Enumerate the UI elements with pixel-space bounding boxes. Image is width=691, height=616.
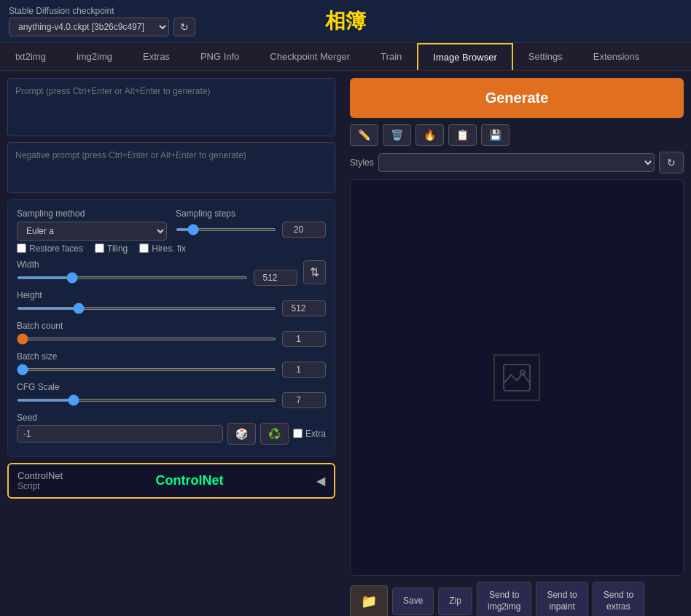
sampling-steps-label: Sampling steps xyxy=(176,208,326,219)
checkpoint-select[interactable]: anything-v4.0.ckpt [3b26c9c497] xyxy=(9,17,169,36)
generate-button[interactable]: Generate xyxy=(350,78,684,118)
tiling-label: Tiling xyxy=(107,243,128,254)
cfg-scale-label: CFG Scale xyxy=(17,382,326,392)
seed-row: 🎲 ♻️ Extra xyxy=(17,423,326,445)
batch-count-input[interactable] xyxy=(282,331,326,347)
hires-fix-checkbox[interactable] xyxy=(139,243,149,253)
restore-faces-checkbox[interactable] xyxy=(17,243,26,253)
dice-button[interactable]: 🎲 xyxy=(227,423,256,445)
tab-pnginfo[interactable]: PNG Info xyxy=(185,43,254,70)
batch-size-slider[interactable] xyxy=(17,368,276,371)
send-to-extras-button[interactable]: Send to extras xyxy=(593,582,644,616)
tabs-bar: txt2img img2img Extras PNG Info Checkpoi… xyxy=(0,43,691,71)
edit-icon-button[interactable]: ✏️ xyxy=(350,124,378,146)
batch-size-input[interactable] xyxy=(282,362,326,378)
fire-icon-button[interactable]: 🔥 xyxy=(415,124,444,146)
tab-extras[interactable]: Extras xyxy=(128,43,185,70)
styles-select[interactable] xyxy=(378,153,655,172)
sampling-method-label: Sampling method xyxy=(17,208,167,219)
zip-button[interactable]: Zip xyxy=(438,588,472,615)
controlnet-arrow[interactable]: ◀ xyxy=(316,474,325,488)
left-panel: Sampling method Euler a Sampling steps xyxy=(0,71,343,616)
controlnet-label: ControlNet xyxy=(156,473,224,488)
refresh-checkpoint-button[interactable]: ↻ xyxy=(173,17,195,36)
sampling-method-select[interactable]: Euler a xyxy=(17,222,167,241)
height-slider[interactable] xyxy=(17,307,276,310)
swap-dimensions-button[interactable]: ⇅ xyxy=(303,260,326,284)
width-label: Width xyxy=(17,260,297,270)
chinese-title: 相簿 xyxy=(325,7,366,35)
paste-icon-button[interactable]: 📋 xyxy=(448,124,477,146)
styles-row: Styles ↻ xyxy=(350,152,684,174)
styles-refresh-button[interactable]: ↻ xyxy=(659,152,684,174)
image-placeholder-icon xyxy=(493,354,540,401)
right-panel: Generate ✏️ 🗑️ 🔥 📋 💾 Styles ↻ xyxy=(343,71,691,616)
styles-label: Styles xyxy=(350,157,374,168)
action-icons-row: ✏️ 🗑️ 🔥 📋 💾 xyxy=(350,124,684,146)
tab-extensions[interactable]: Extensions xyxy=(578,43,655,70)
tab-settings[interactable]: Settings xyxy=(513,43,578,70)
tab-train[interactable]: Train xyxy=(365,43,417,70)
sampling-steps-slider[interactable] xyxy=(176,228,276,231)
recycle-button[interactable]: ♻️ xyxy=(260,423,289,445)
tab-checkpointmerger[interactable]: Checkpoint Merger xyxy=(254,43,365,70)
negative-prompt-input[interactable] xyxy=(7,142,335,193)
open-folder-button[interactable]: 📁 xyxy=(350,585,388,616)
batch-count-label: Batch count xyxy=(17,321,326,331)
script-label: Script xyxy=(17,481,63,491)
trash-icon-button[interactable]: 🗑️ xyxy=(383,124,411,146)
send-to-img2img-button[interactable]: Send to img2img xyxy=(477,582,531,616)
bottom-buttons-row: 📁 Save Zip Send to img2img Send to inpai… xyxy=(350,582,684,616)
tab-txt2img[interactable]: txt2img xyxy=(0,43,61,70)
save-icon-button[interactable]: 💾 xyxy=(481,124,510,146)
sampling-steps-input[interactable] xyxy=(282,222,326,238)
image-display-area xyxy=(350,179,684,577)
height-input[interactable] xyxy=(282,300,326,316)
batch-size-label: Batch size xyxy=(17,351,326,362)
width-slider[interactable] xyxy=(17,276,248,279)
tab-img2img[interactable]: img2img xyxy=(61,43,128,70)
prompt-input[interactable] xyxy=(7,78,335,136)
restore-faces-label: Restore faces xyxy=(29,243,83,254)
save-button[interactable]: Save xyxy=(392,588,434,615)
send-to-inpaint-button[interactable]: Send to inpaint xyxy=(536,582,587,616)
checkpoint-label: Stable Diffusion checkpoint xyxy=(9,6,195,17)
seed-input[interactable] xyxy=(17,425,223,442)
extra-checkbox[interactable] xyxy=(293,429,302,438)
controlnet-section: ControlNet Script ControlNet ◀ xyxy=(7,463,335,499)
seed-label: Seed xyxy=(17,413,326,423)
sampling-section: Sampling method Euler a Sampling steps xyxy=(7,199,335,457)
height-label: Height xyxy=(17,290,326,300)
cfg-scale-input[interactable] xyxy=(282,392,326,408)
width-input[interactable] xyxy=(254,270,297,286)
cfg-scale-slider[interactable] xyxy=(17,399,276,402)
extra-label: Extra xyxy=(305,429,326,439)
tiling-checkbox[interactable] xyxy=(95,243,104,253)
batch-count-slider[interactable] xyxy=(17,338,276,340)
controlnet-title: ControlNet xyxy=(17,470,63,481)
hires-fix-label: Hires. fix xyxy=(152,243,186,254)
tab-imagebrowser[interactable]: Image Browser xyxy=(417,43,512,70)
options-checkboxes: Restore faces Tiling Hires. fix xyxy=(17,243,326,254)
